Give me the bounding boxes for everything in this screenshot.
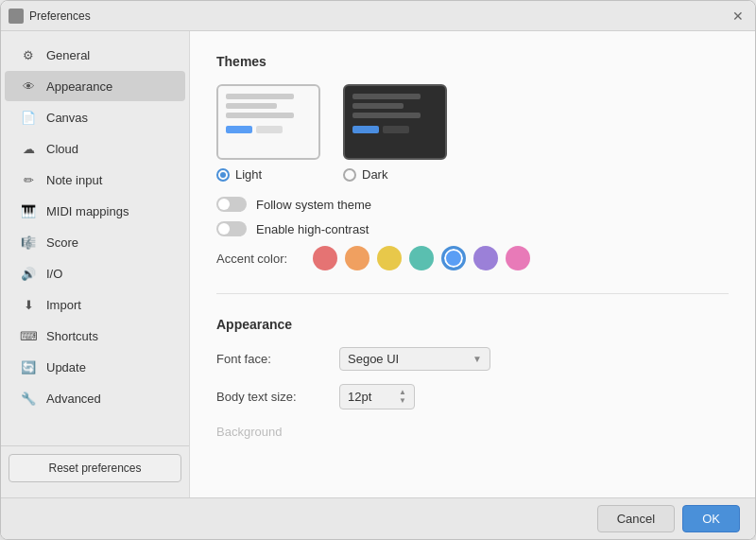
themes-title: Themes (216, 54, 729, 69)
preview-line (352, 113, 421, 118)
sidebar-item-io[interactable]: 🔊 I/O (5, 258, 185, 288)
body-text-spinner[interactable]: 12pt ▲ ▼ (339, 384, 415, 409)
dark-radio-label[interactable]: Dark (343, 167, 387, 182)
high-contrast-label: Enable high-contrast (256, 222, 369, 236)
body-text-control: 12pt ▲ ▼ (339, 384, 415, 409)
sidebar-item-label: Score (46, 235, 78, 250)
sidebar-item-label: Import (46, 298, 81, 312)
sidebar-item-label: General (46, 48, 90, 62)
footer: Cancel OK (1, 497, 755, 539)
note-input-icon: ✏ (20, 171, 37, 188)
window-title: Preferences (29, 9, 91, 23)
spinner-arrows: ▲ ▼ (399, 389, 406, 405)
dark-theme-preview (343, 84, 447, 160)
sidebar-item-label: Advanced (46, 392, 101, 406)
font-face-label: Font face: (216, 352, 339, 366)
body-text-value: 12pt (348, 390, 371, 404)
light-label: Light (235, 167, 262, 182)
red-color-swatch[interactable] (313, 246, 337, 270)
titlebar-left: Preferences (9, 9, 91, 24)
sidebar-item-canvas[interactable]: 📄 Canvas (5, 102, 185, 132)
import-icon: ⬇ (20, 296, 37, 313)
content-area: Themes (190, 31, 755, 497)
accent-color-row: Accent color: (216, 246, 729, 270)
preview-primary-btn (226, 126, 252, 133)
light-radio-label[interactable]: Light (216, 167, 262, 182)
preview-line (226, 103, 277, 109)
sidebar-item-cloud[interactable]: ☁ Cloud (5, 133, 185, 164)
cloud-icon: ☁ (20, 140, 37, 157)
shortcuts-icon: ⌨ (20, 327, 37, 344)
preview-line (226, 113, 294, 118)
appearance-section: Appearance Font face: Segoe UI ▼ Body te… (216, 317, 729, 439)
high-contrast-toggle[interactable] (216, 221, 247, 236)
spinner-up-icon[interactable]: ▲ (399, 389, 406, 396)
sidebar-item-label: Update (46, 360, 86, 375)
theme-options: Light (216, 84, 729, 182)
sidebar-bottom: Reset preferences (1, 445, 189, 490)
color-options (313, 246, 530, 270)
sidebar-item-general[interactable]: ⚙ General (5, 40, 185, 70)
purple-color-swatch[interactable] (473, 246, 498, 270)
general-icon: ⚙ (20, 46, 37, 63)
body-text-label: Body text size: (216, 390, 339, 404)
appearance-title: Appearance (216, 317, 729, 332)
light-theme-preview (216, 84, 320, 160)
teal-color-swatch[interactable] (409, 246, 434, 270)
high-contrast-row: Enable high-contrast (216, 221, 729, 236)
sidebar-item-label: Canvas (46, 111, 88, 125)
preferences-window: Preferences ✕ ⚙ General 👁 Appearance 📄 C… (0, 0, 756, 540)
follow-system-label: Follow system theme (256, 198, 371, 212)
light-theme-option[interactable]: Light (216, 84, 320, 182)
dark-theme-option[interactable]: Dark (343, 84, 447, 182)
spinner-down-icon[interactable]: ▼ (399, 397, 406, 405)
close-button[interactable]: ✕ (729, 7, 747, 26)
preview-btn-row (226, 126, 311, 133)
preview-line (226, 94, 294, 99)
sidebar-item-import[interactable]: ⬇ Import (5, 289, 185, 320)
sidebar-item-label: Appearance (46, 79, 112, 94)
pink-color-swatch[interactable] (506, 246, 530, 270)
dark-radio[interactable] (343, 168, 356, 182)
font-face-select[interactable]: Segoe UI ▼ (339, 347, 490, 371)
reset-preferences-button[interactable]: Reset preferences (9, 454, 181, 482)
accent-label: Accent color: (216, 252, 301, 266)
body-text-row: Body text size: 12pt ▲ ▼ (216, 384, 729, 409)
preview-btn-row (352, 126, 438, 133)
app-icon (9, 9, 24, 24)
sidebar-item-midi-mappings[interactable]: 🎹 MIDI mappings (5, 196, 185, 226)
sidebar-item-advanced[interactable]: 🔧 Advanced (5, 383, 185, 413)
preview-secondary-btn (383, 126, 409, 133)
sidebar-item-label: Note input (46, 173, 102, 187)
sidebar-item-note-input[interactable]: ✏ Note input (5, 165, 185, 195)
sidebar-item-label: Cloud (46, 142, 78, 156)
preview-secondary-btn (256, 126, 283, 133)
sidebar-item-update[interactable]: 🔄 Update (5, 352, 185, 382)
sidebar-item-label: I/O (46, 267, 62, 281)
sidebar-item-score[interactable]: 🎼 Score (5, 227, 185, 257)
preview-line (352, 94, 421, 99)
midi-mappings-icon: 🎹 (20, 202, 37, 219)
dark-label: Dark (362, 167, 387, 182)
orange-color-swatch[interactable] (345, 246, 369, 270)
follow-system-toggle[interactable] (216, 197, 247, 212)
ok-button[interactable]: OK (682, 505, 740, 532)
light-radio[interactable] (216, 168, 230, 182)
sidebar-item-label: Shortcuts (46, 329, 98, 343)
sidebar-item-shortcuts[interactable]: ⌨ Shortcuts (5, 321, 185, 351)
update-icon: 🔄 (20, 358, 37, 375)
yellow-color-swatch[interactable] (377, 246, 402, 270)
canvas-icon: 📄 (20, 109, 37, 126)
titlebar: Preferences ✕ (1, 1, 755, 31)
blue-color-swatch[interactable] (441, 246, 466, 270)
sidebar-item-appearance[interactable]: 👁 Appearance (5, 71, 185, 101)
follow-system-row: Follow system theme (216, 197, 729, 212)
score-icon: 🎼 (20, 234, 37, 251)
preview-line (352, 103, 404, 109)
sidebar-item-label: MIDI mappings (46, 204, 129, 218)
font-face-value: Segoe UI (348, 352, 399, 366)
cancel-button[interactable]: Cancel (597, 505, 675, 532)
themes-section: Themes (216, 54, 729, 270)
preview-primary-btn (352, 126, 379, 133)
appearance-icon: 👁 (20, 78, 37, 95)
